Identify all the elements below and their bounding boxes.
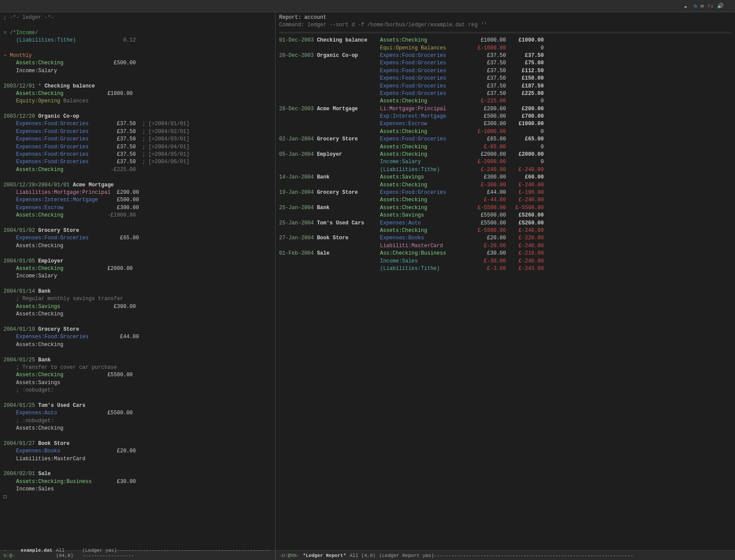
left-line-46: ; Transfer to cover car purchase <box>4 364 272 371</box>
status-left-info: All (64,0) <box>56 548 79 560</box>
left-line-44 <box>4 349 272 356</box>
left-line-52: Expenses:Auto £5500.00 <box>4 410 272 417</box>
left-line-15: Expenses:Food:Groceries £37.50 ; [=2004/… <box>4 128 272 136</box>
left-line-61: Assets:Checking:Business £30.00 <box>4 478 272 486</box>
volume-icon[interactable]: 🔊 <box>717 3 724 9</box>
left-line-38: Assets:Savings £300.00 <box>4 303 272 311</box>
report-entry-19: Assets:Checking £-300.00 £-240.00 <box>279 182 732 189</box>
left-line-56: 2004/01/27 Book Store <box>4 440 272 448</box>
left-line-33: Assets:Checking £2000.00 <box>4 265 272 273</box>
statusbar: -U:@-- example.dat All (64,0) (Ledger ya… <box>0 550 735 560</box>
titlebar: ☁ ↻ ✉ ↑↓ 🔊 <box>0 0 735 12</box>
report-entry-25: Assets:Checking £-5500.00 £-240.00 <box>279 227 732 234</box>
status-right-file: *Ledger Report* <box>303 553 346 558</box>
left-line-25: Expenses:Escrow £300.00 <box>4 204 272 212</box>
report-entry-24: 25-Jan-2004 Tom's Used Cars Expenses:Aut… <box>279 220 732 227</box>
left-line-23: Liabilities:Mortgage:Principal £200.00 <box>4 189 272 196</box>
left-line-41: 2004/01/19 Grocery Store <box>4 326 272 333</box>
left-line-60: 2004/02/01 Sale <box>4 470 272 478</box>
left-line-28: 2004/01/02 Grocery Store <box>4 227 272 234</box>
report-entry-11: Expenses:Escrow £300.00 £1000.00 <box>279 120 732 128</box>
report-entry-7: Expens:Food:Groceries £37.50 £225.00 <box>279 90 732 98</box>
report-entry-23: Assets:Savings £5500.00 £5260.00 <box>279 212 732 219</box>
report-entry-14: Assets:Checking £-65.00 0 <box>279 144 732 151</box>
left-pane: ; -*- ledger -*- = /*Income/ (Liabilitie… <box>0 12 276 550</box>
left-line-43: Assets:Checking <box>4 341 272 349</box>
status-left-file: example.dat <box>21 548 52 560</box>
left-line-1 <box>4 21 272 29</box>
left-line-48: Assets:Savings <box>4 379 272 387</box>
left-line-37: ; Regular monthly savings transfer <box>4 295 272 303</box>
left-line-40 <box>4 318 272 326</box>
left-line-0: ; -*- ledger -*- <box>4 14 272 21</box>
left-line-62: Income:Sales <box>4 486 272 493</box>
status-left-mode2: (Ledger yas)----------------------------… <box>82 548 272 560</box>
report-entry-8: Assets:Checking £-225.00 0 <box>279 98 732 105</box>
left-line-57: Expenses:Books £20.00 <box>4 448 272 455</box>
report-entry-0: 01-Dec-2003 Checking balance Assets:Chec… <box>279 37 732 44</box>
report-entry-26: 27-Jan-2004 Book Store Expenses:Books £2… <box>279 234 732 242</box>
left-line-53: ; :nobudget: <box>4 417 272 425</box>
left-line-5: ~ Monthly <box>4 52 272 60</box>
left-line-4 <box>4 45 272 52</box>
report-entry-27: Liabiliti:MasterCard £-20.00 £-240.00 <box>279 242 732 250</box>
left-line-49: ; :nobudget: <box>4 387 272 394</box>
report-entry-12: Assets:Checking £-1000.00 0 <box>279 128 732 136</box>
left-line-32: 2004/01/05 Employer <box>4 258 272 265</box>
status-right-info: All (4,0) <box>350 553 375 558</box>
left-line-16: Expenses:Food:Groceries £37.50 ; [=2004/… <box>4 136 272 143</box>
status-right-mode: -U:@%%- <box>279 553 299 558</box>
left-line-34: Income:Salary <box>4 273 272 280</box>
left-line-2: = /*Income/ <box>4 29 272 37</box>
left-line-58: Liabilities:MasterCard <box>4 455 272 463</box>
left-line-42: Expenses:Food:Groceries £44.00 <box>4 333 272 341</box>
left-line-24: Expenses:Interest:Mortgage £500.00 <box>4 196 272 204</box>
status-right-mode2: (Ledger Report yas)---------------------… <box>379 553 634 558</box>
report-command: Command: ledger --sort d -f /home/borbus… <box>279 21 732 29</box>
left-line-45: 2004/01/25 Bank <box>4 357 272 364</box>
left-line-20: Assets:Checking -£225.00 <box>4 166 272 174</box>
left-line-17: Expenses:Food:Groceries £37.50 ; [=2004/… <box>4 144 272 151</box>
left-line-11: Equity:Opening Balances <box>4 98 272 105</box>
left-line-6: Assets:Checking £500.00 <box>4 60 272 67</box>
left-line-7: Income:Salary <box>4 67 272 75</box>
left-line-10: Assets:Checking £1000.00 <box>4 90 272 98</box>
left-line-14: Expenses:Food:Groceries £37.50 ; [=2004/… <box>4 120 272 128</box>
status-right: -U:@%%- *Ledger Report* All (4,0) (Ledge… <box>276 553 735 558</box>
main-content: ; -*- ledger -*- = /*Income/ (Liabilitie… <box>0 12 735 550</box>
left-line-47: Assets:Checking £5500.00 <box>4 371 272 379</box>
report-entry-9: 28-Dec-2003 Acme Mortgage Li:Mortgage:Pr… <box>279 105 732 113</box>
report-entry-1: Equi:Opening Balances £-1000.00 0 <box>279 45 732 52</box>
left-line-39: Assets:Checking <box>4 311 272 318</box>
refresh-icon[interactable]: ↻ <box>694 3 697 9</box>
left-line-54: Assets:Checking <box>4 425 272 432</box>
report-entry-3: Expens:Food:Groceries £37.50 £75.00 <box>279 60 732 67</box>
left-line-12 <box>4 105 272 113</box>
report-entry-16: Income:Salary £-2000.00 0 <box>279 158 732 166</box>
report-entry-10: Exp:Interest:Mortgage £500.00 £700.00 <box>279 113 732 120</box>
report-entry-4: Expens:Food:Groceries £37.50 £112.50 <box>279 67 732 75</box>
left-line-59 <box>4 463 272 470</box>
report-entry-29: Income:Sales £-30.00 £-240.00 <box>279 258 732 265</box>
left-line-31 <box>4 250 272 257</box>
left-line-55 <box>4 432 272 440</box>
left-line-50 <box>4 395 272 402</box>
report-entry-2: 20-Dec-2003 Organic Co-op Expens:Food:Gr… <box>279 52 732 60</box>
left-line-3: (Liabilities:Tithe) 0.12 <box>4 37 272 44</box>
report-entry-5: Expens:Food:Groceries £37.50 £150.00 <box>279 75 732 82</box>
left-line-30: Assets:Checking <box>4 242 272 250</box>
report-entry-20: 19-Jan-2004 Grocery Store Expens:Food:Gr… <box>279 189 732 196</box>
report-entry-28: 01-Feb-2004 Sale Ass:Checking:Business £… <box>279 250 732 257</box>
left-line-22: 2003/12/28=2004/01/01 Acme Mortgage <box>4 182 272 189</box>
left-line-9: 2003/12/01 * Checking balance <box>4 83 272 90</box>
report-entry-17: (Liabilities:Tithe) £-240.00 £-240.00 <box>279 166 732 174</box>
left-line-8 <box>4 75 272 82</box>
report-entry-6: Expens:Food:Groceries £37.50 £187.50 <box>279 83 732 90</box>
right-pane: Report: accountCommand: ledger --sort d … <box>276 12 735 550</box>
status-left: -U:@-- example.dat All (64,0) (Ledger ya… <box>0 548 276 560</box>
left-line-26: Assets:Checking -£1000.00 <box>4 212 272 219</box>
report-entry-18: 14-Jan-2004 Bank Assets:Savings £300.00 … <box>279 174 732 181</box>
mail-icon[interactable]: ✉ <box>700 3 704 9</box>
report-divider: ════════════════════════════════════════… <box>279 29 732 37</box>
right-pane-content: Report: accountCommand: ledger --sort d … <box>279 14 732 549</box>
